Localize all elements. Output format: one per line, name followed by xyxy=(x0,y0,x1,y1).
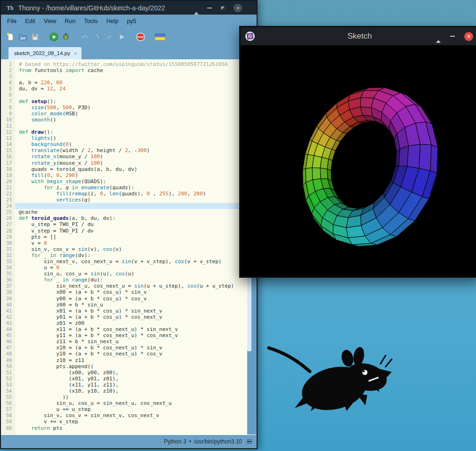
code-line[interactable]: 53 (x11, y11, z11), xyxy=(1,382,247,388)
code-line[interactable]: 43 z01 = z00 xyxy=(1,320,247,326)
code-line[interactable]: 34 u = 0 xyxy=(1,265,247,271)
code-line[interactable]: 11 xyxy=(1,123,247,129)
run-button[interactable] xyxy=(49,32,58,41)
code-line[interactable]: 48 y10 = (a + b * cos_next_u) * cos_v xyxy=(1,351,247,357)
code-line[interactable]: 56 sin_u, cos_u = sin_next_u, cos_next_u xyxy=(1,400,247,406)
code-line[interactable]: 3 xyxy=(1,73,247,80)
sketch-titlebar[interactable]: Sketch ✕ xyxy=(241,27,476,45)
open-file-button[interactable] xyxy=(18,32,27,41)
code-line[interactable]: 45 y11 = (a + b * cos_next_u) * cos_next… xyxy=(1,332,247,338)
code-line[interactable]: 29 pts = [] xyxy=(1,234,247,240)
code-line[interactable]: 1# based on https://twitter.com/uspingui… xyxy=(1,61,247,67)
code-line[interactable]: 60 return pts xyxy=(1,425,247,431)
maximize-button[interactable] xyxy=(220,6,225,10)
shade-button[interactable] xyxy=(194,4,199,12)
ukraine-flag-button[interactable] xyxy=(154,32,166,41)
code-line[interactable]: 28 v_step = TWO_PI / dv xyxy=(1,228,247,234)
sketch-minimize-button[interactable] xyxy=(450,36,455,37)
code-line[interactable]: 52 (x01, y01, z01), xyxy=(1,376,247,382)
code-line[interactable]: 31 sin_v, cos_v = sin(v), cos(v) xyxy=(1,246,247,252)
thonny-titlebar[interactable]: Th Thonny - /home/villares/GitHub/sketch… xyxy=(1,1,257,15)
code-line[interactable]: 4a, b = 220, 60 xyxy=(1,80,247,86)
code-line[interactable]: 32 for _ in range(dv): xyxy=(1,252,247,258)
code-line[interactable]: 5du, dv = 12, 24 xyxy=(1,86,247,92)
code-line[interactable]: 46 z11 = b * sin_next_u xyxy=(1,338,247,345)
code-line[interactable]: 44 x11 = (a + b * cos_next_u) * sin_next… xyxy=(1,326,247,332)
code-line[interactable]: 24 xyxy=(1,203,247,209)
code-line[interactable]: 13 lights() xyxy=(1,135,247,141)
menu-item-help[interactable]: Help xyxy=(102,16,123,26)
code-line[interactable]: 17 rotate_y(mouse_x / 100) xyxy=(1,160,247,166)
tab-sketch-file[interactable]: sketch_2022_08_14.py × xyxy=(8,47,81,59)
code-line[interactable]: 10 smooth() xyxy=(1,117,247,123)
menu-item-view[interactable]: View xyxy=(40,16,61,26)
line-number: 29 xyxy=(1,234,15,240)
stop-button[interactable]: STOP xyxy=(136,32,145,41)
code-line[interactable]: 33 sin_next_v, cos_next_v = sin(v + v_st… xyxy=(1,258,247,265)
code-line[interactable]: 15 translate(width / 2, height / 2, -300… xyxy=(1,147,247,153)
debug-button[interactable] xyxy=(61,32,71,41)
code-line[interactable]: 47 x10 = (a + b * cos_next_u) * sin_v xyxy=(1,345,247,351)
code-line[interactable]: 30 v = 0 xyxy=(1,240,247,246)
code-line[interactable]: 40 z00 = b * sin_u xyxy=(1,302,247,308)
code-line[interactable]: 36 for _ in range(du): xyxy=(1,277,247,283)
save-file-button-disabled[interactable] xyxy=(30,32,40,41)
code-line[interactable]: 19 fill(0, 0, 290) xyxy=(1,172,247,178)
code-line[interactable]: 35 sin_u, cos_u = sin(u), cos(u) xyxy=(1,271,247,277)
step-over-button-disabled[interactable] xyxy=(80,32,89,41)
code-line[interactable]: 55 )) xyxy=(1,394,247,400)
code-line[interactable]: 58 sin_v, cos_v = sin_next_v, cos_next_v xyxy=(1,412,247,419)
code-line[interactable]: 6 xyxy=(1,92,247,98)
code-line[interactable]: 42 y01 = (a + b * cos_u) * cos_next_v xyxy=(1,314,247,320)
line-number: 12 xyxy=(1,129,15,135)
sketch-shade-button[interactable] xyxy=(436,32,441,40)
statusbar-menu-icon[interactable] xyxy=(247,439,252,445)
code-line[interactable]: 37 sin_next_u, cos_next_u = sin(u + u_st… xyxy=(1,283,247,289)
code-line[interactable]: 51 (x00, y00, z00), xyxy=(1,370,247,376)
code-line[interactable]: 57 u += u_step xyxy=(1,406,247,412)
menu-item-edit[interactable]: Edit xyxy=(21,16,40,26)
menu-item-run[interactable]: Run xyxy=(61,16,80,26)
code-line[interactable]: 18 quads = toroid_quads(a, b, du, dv) xyxy=(1,166,247,172)
code-line[interactable]: 16 rotate_x(mouse_y / 100) xyxy=(1,153,247,160)
code-line[interactable]: 14 background(0) xyxy=(1,141,247,147)
line-number: 26 xyxy=(1,215,15,221)
line-number: 52 xyxy=(1,376,15,382)
code-line[interactable]: 9 color_mode(HSB) xyxy=(1,111,247,117)
menu-item-file[interactable]: File xyxy=(3,16,21,26)
line-number: 51 xyxy=(1,370,15,376)
tab-close-icon[interactable]: × xyxy=(74,50,77,56)
code-line[interactable]: 26def toroid_quads(a, b, du, dv): xyxy=(1,215,247,221)
code-line[interactable]: 39 y00 = (a + b * cos_u) * cos_v xyxy=(1,296,247,302)
code-line[interactable]: 7def setup(): xyxy=(1,98,247,105)
code-line[interactable]: 59 v += v_step xyxy=(1,419,247,425)
step-out-button-disabled[interactable] xyxy=(105,32,114,41)
code-line[interactable]: 50 pts.append(( xyxy=(1,363,247,370)
code-line[interactable]: 41 x01 = (a + b * cos_u) * sin_next_v xyxy=(1,308,247,314)
new-file-button[interactable] xyxy=(6,32,15,41)
line-number: 32 xyxy=(1,252,15,258)
sketch-close-button[interactable]: ✕ xyxy=(464,32,473,41)
code-line[interactable]: 2from functools import cache xyxy=(1,67,247,73)
menu-item-py5[interactable]: py5 xyxy=(122,16,140,26)
code-line[interactable]: 49 z10 = z11 xyxy=(1,357,247,363)
torus-sketch-canvas[interactable] xyxy=(241,45,476,276)
code-line[interactable]: 27 u_step = TWO_PI / du xyxy=(1,221,247,227)
code-line[interactable]: 23 vertices(q) xyxy=(1,197,247,203)
step-into-button-disabled[interactable] xyxy=(92,32,102,41)
code-editor[interactable]: 1# based on https://twitter.com/uspingui… xyxy=(1,59,257,435)
code-line[interactable]: 38 x00 = (a + b * cos_u) * sin_v xyxy=(1,289,247,295)
close-button[interactable]: × xyxy=(234,4,242,12)
resume-button-disabled[interactable] xyxy=(117,32,126,41)
code-line[interactable]: 25@cache xyxy=(1,209,247,215)
code-line[interactable]: 21 for i, q in enumerate(quads): xyxy=(1,185,247,191)
line-number: 40 xyxy=(1,302,15,308)
code-line[interactable]: 54 (x10, y10, z10), xyxy=(1,388,247,394)
code-line[interactable]: 12def draw(): xyxy=(1,129,247,135)
code-line[interactable]: 20 with begin_shape(QUADS): xyxy=(1,178,247,185)
code-line[interactable]: 22 fill(remap(i, 0, len(quads), 0 , 255)… xyxy=(1,191,247,197)
minimize-button[interactable] xyxy=(207,8,212,8)
code-area[interactable]: 1# based on https://twitter.com/uspingui… xyxy=(1,59,247,435)
code-line[interactable]: 8 size(500, 500, P3D) xyxy=(1,105,247,111)
menu-item-tools[interactable]: Tools xyxy=(80,16,102,26)
